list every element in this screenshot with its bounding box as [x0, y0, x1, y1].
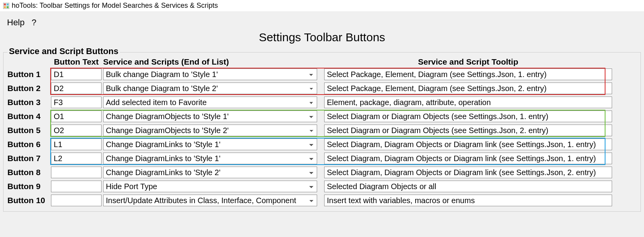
button-text-input[interactable]: [51, 111, 102, 122]
service-select[interactable]: Change DiagramLinks to 'Style 1': [103, 139, 317, 150]
button-text-input[interactable]: [51, 68, 102, 80]
svg-rect-2: [7, 4, 9, 5]
tooltip-input[interactable]: [324, 125, 612, 136]
service-select[interactable]: Change DiagramObjects to 'Style 2': [103, 125, 317, 136]
tooltip-input[interactable]: [324, 139, 612, 150]
titlebar: hoTools: Toolbar Settings for Model Sear…: [0, 0, 644, 11]
page-title: Settings Toolbar Buttons: [0, 30, 644, 47]
tooltip-input[interactable]: [324, 195, 612, 206]
col-header-service: Service and Scripts (End of List): [103, 57, 317, 67]
service-select[interactable]: Change DiagramLinks to 'Style 2': [103, 167, 317, 178]
button-row-3: Button 3 Add selected item to Favorite: [7, 95, 637, 109]
button-row-8: Button 8 Change DiagramLinks to 'Style 2…: [7, 165, 637, 179]
row-label: Button 5: [7, 126, 49, 135]
rows-container: Button 1 Bulk change Diagram to 'Style 1…: [7, 67, 637, 207]
button-row-6: Button 6 Change DiagramLinks to 'Style 1…: [7, 137, 637, 151]
tooltip-input[interactable]: [324, 153, 612, 164]
row-label: Button 7: [7, 154, 49, 163]
tooltip-input[interactable]: [324, 167, 612, 178]
button-text-input[interactable]: [51, 83, 102, 94]
svg-rect-4: [7, 6, 9, 8]
button-text-input[interactable]: [51, 125, 102, 136]
button-text-input[interactable]: [51, 153, 102, 164]
button-row-5: Button 5 Change DiagramObjects to 'Style…: [7, 123, 637, 137]
tooltip-input[interactable]: [324, 97, 612, 108]
service-select[interactable]: Hide Port Type: [103, 181, 317, 192]
group-legend: Service and Script Buttons: [7, 46, 120, 56]
menu-bar: Help ?: [0, 11, 644, 30]
app-icon: [3, 3, 9, 9]
col-header-tooltip: Service and Script Tooltip: [324, 57, 612, 67]
svg-rect-3: [4, 6, 6, 8]
button-text-input[interactable]: [51, 139, 102, 150]
window-title: hoTools: Toolbar Settings for Model Sear…: [12, 2, 218, 10]
column-headers: Button Text Service and Scripts (End of …: [7, 57, 637, 67]
col-header-button-text: Button Text: [51, 57, 102, 67]
button-row-9: Button 9 Hide Port Type: [7, 179, 637, 193]
menu-question[interactable]: ?: [32, 18, 36, 28]
service-select[interactable]: Change DiagramObjects to 'Style 1': [103, 111, 317, 122]
service-select[interactable]: Bulk change Diagram to 'Style 2': [103, 83, 317, 94]
row-label: Button 1: [7, 70, 49, 79]
service-select[interactable]: Bulk change Diagram to 'Style 1': [103, 68, 317, 80]
service-select[interactable]: Add selected item to Favorite: [103, 97, 317, 108]
row-label: Button 4: [7, 112, 49, 121]
button-row-1: Button 1 Bulk change Diagram to 'Style 1…: [7, 67, 637, 81]
svg-rect-1: [4, 4, 6, 5]
button-row-2: Button 2 Bulk change Diagram to 'Style 2…: [7, 81, 637, 95]
tooltip-input[interactable]: [324, 181, 612, 192]
row-label: Button 9: [7, 182, 49, 191]
button-row-7: Button 7 Change DiagramLinks to 'Style 1…: [7, 151, 637, 165]
button-row-10: Button 10 Insert/Update Attributes in Cl…: [7, 193, 637, 207]
service-select[interactable]: Change DiagramLinks to 'Style 1': [103, 153, 317, 164]
tooltip-input[interactable]: [324, 111, 612, 122]
tooltip-input[interactable]: [324, 83, 612, 94]
service-select[interactable]: Insert/Update Attributes in Class, Inter…: [103, 195, 317, 206]
button-text-input[interactable]: [51, 97, 102, 108]
row-label: Button 3: [7, 98, 49, 107]
button-text-input[interactable]: [51, 181, 102, 192]
row-label: Button 8: [7, 168, 49, 177]
row-label: Button 10: [7, 196, 49, 205]
tooltip-input[interactable]: [324, 68, 612, 80]
row-label: Button 2: [7, 84, 49, 93]
button-text-input[interactable]: [51, 195, 102, 206]
menu-help[interactable]: Help: [7, 18, 25, 28]
service-script-buttons-group: Service and Script Buttons Button Text S…: [3, 47, 641, 212]
row-label: Button 6: [7, 140, 49, 149]
button-row-4: Button 4 Change DiagramObjects to 'Style…: [7, 109, 637, 123]
button-text-input[interactable]: [51, 167, 102, 178]
